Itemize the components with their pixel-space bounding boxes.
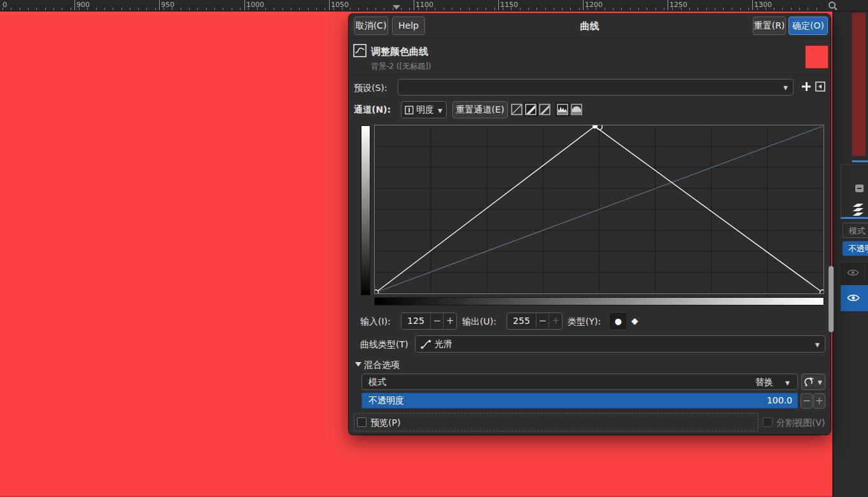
linear-space-icon[interactable] <box>510 102 524 116</box>
curves-svg[interactable] <box>375 125 823 293</box>
ruler-tick <box>316 8 317 10</box>
collapse-icon[interactable] <box>855 185 864 192</box>
ruler-tick <box>630 8 631 10</box>
split-view-checkbox[interactable] <box>763 417 773 427</box>
layer-row-selected[interactable] <box>841 285 868 311</box>
input-increment-icon[interactable]: + <box>443 313 456 329</box>
ruler-tick <box>240 8 241 10</box>
point-type-label: 类型(Y): <box>568 316 601 328</box>
split-view-label: 分割视图(V) <box>776 417 825 429</box>
histogram-log-icon[interactable] <box>570 102 584 116</box>
presets-combobox[interactable]: ▼ <box>398 79 794 95</box>
dock-opacity-slider[interactable]: 不透明 <box>843 241 868 256</box>
output-spinner[interactable]: 255 − + <box>507 312 563 330</box>
ruler-tick <box>36 8 37 10</box>
ruler-tick <box>605 8 605 10</box>
horizontal-ruler[interactable]: 09009501000105011001150120012501300 <box>0 0 868 11</box>
ruler-tick <box>469 8 470 10</box>
ok-button[interactable]: 确定(O) <box>788 17 828 35</box>
ruler-tick <box>181 8 181 10</box>
expander-triangle-icon[interactable] <box>355 362 361 367</box>
output-increment-icon[interactable]: + <box>549 313 562 329</box>
dock-mode-combo[interactable]: 模式 <box>843 223 868 238</box>
add-preset-icon[interactable] <box>801 81 811 92</box>
ruler-tick <box>20 8 20 10</box>
layer-row[interactable] <box>841 262 868 286</box>
ruler-tick <box>53 8 54 10</box>
zoom-icon[interactable] <box>827 1 839 11</box>
ruler-tick <box>206 8 207 10</box>
perceptual-space-icon[interactable] <box>524 102 538 116</box>
mode-combobox[interactable]: 模式 替换 ▼ <box>361 374 798 390</box>
ruler-tick <box>358 8 359 10</box>
layer-visibility-eye-icon[interactable] <box>847 268 859 277</box>
corner-point-icon[interactable]: ◆ <box>627 313 643 329</box>
histogram-linear-icon[interactable] <box>556 102 570 116</box>
smooth-point-icon[interactable]: ● <box>610 313 626 329</box>
curve-editor-area[interactable] <box>374 125 824 294</box>
ruler-label: 1100 <box>416 1 433 9</box>
ruler-major-tick <box>583 0 584 10</box>
opacity-decrement-icon[interactable]: − <box>801 393 813 409</box>
ruler-major-tick <box>498 0 499 10</box>
ruler-tick <box>409 8 410 10</box>
control-point-cursor[interactable] <box>597 125 602 130</box>
control-point[interactable] <box>375 290 379 294</box>
ruler-tick <box>706 8 707 10</box>
ruler-tick <box>308 8 309 10</box>
preview-group <box>354 413 759 431</box>
input-gradient-bar <box>374 297 824 305</box>
mode-reset-button[interactable]: ▼ <box>801 374 825 390</box>
control-point[interactable] <box>820 290 824 294</box>
ruler-tick <box>283 8 283 10</box>
channel-combobox[interactable]: 明度 ▼ <box>401 101 447 118</box>
input-value[interactable]: 125 <box>402 313 430 329</box>
ruler-tick <box>655 8 656 10</box>
layers-tab-underline <box>841 217 868 219</box>
ruler-tick <box>232 8 232 10</box>
preview-checkbox[interactable] <box>357 417 367 427</box>
reset-button[interactable]: 重置(R) <box>753 17 786 35</box>
ruler-label: 1150 <box>500 1 518 9</box>
ruler-label: 1300 <box>754 1 772 9</box>
opacity-value: 100.0 <box>767 395 792 405</box>
ruler-tick <box>223 8 223 10</box>
ruler-tick <box>265 8 266 10</box>
opacity-increment-icon[interactable]: + <box>813 393 825 409</box>
ruler-major-tick <box>329 0 330 10</box>
ruler-tick <box>664 8 664 10</box>
ruler-tick <box>689 8 690 10</box>
reset-channel-button[interactable]: 重置通道(E) <box>452 101 508 118</box>
ruler-tick <box>520 8 521 10</box>
ruler-tick <box>715 8 715 10</box>
ruler-tick <box>799 8 800 10</box>
input-label: 输入(I): <box>360 316 391 328</box>
ruler-label: 0 <box>3 1 7 9</box>
right-dock-panel: 模式 不透明 <box>832 11 868 497</box>
preview-label[interactable]: 预览(P) <box>370 417 400 429</box>
curve-type-combobox[interactable]: 光滑 ▼ <box>415 335 825 353</box>
ruler-tick <box>45 8 46 10</box>
ruler-tick <box>748 8 749 10</box>
layer-visibility-eye-icon[interactable] <box>847 293 860 303</box>
input-decrement-icon[interactable]: − <box>430 313 444 329</box>
blend-options-expander[interactable]: 混合选项 <box>364 360 400 371</box>
ruler-tick <box>444 8 444 10</box>
ruler-tick <box>774 8 774 10</box>
non-linear-space-icon[interactable] <box>538 102 552 116</box>
separator <box>349 75 830 76</box>
layers-tab-icon[interactable] <box>850 201 867 216</box>
output-value[interactable]: 255 <box>507 313 536 329</box>
mode-label: 模式 <box>368 377 386 388</box>
color-swatch <box>805 45 829 69</box>
input-spinner[interactable]: 125 − + <box>401 312 457 330</box>
channel-label: 通道(N): <box>354 104 391 116</box>
preset-menu-icon[interactable] <box>815 81 825 92</box>
output-decrement-icon[interactable]: − <box>536 313 549 329</box>
ruler-tick <box>808 8 808 10</box>
vertical-scrollbar[interactable] <box>829 266 834 332</box>
ruler-major-tick <box>74 0 75 10</box>
opacity-slider[interactable]: 不透明度 100.0 <box>361 393 798 409</box>
ruler-major-tick <box>244 0 245 10</box>
ruler-tick <box>214 8 215 10</box>
